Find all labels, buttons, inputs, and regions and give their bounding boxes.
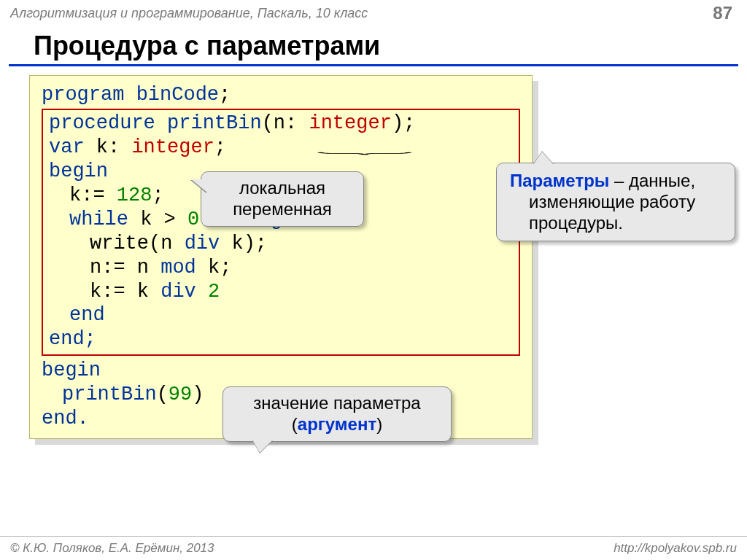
slide: Алгоритмизация и программирование, Паска… — [0, 0, 747, 560]
code-line-11: end; — [49, 327, 513, 351]
header: Алгоритмизация и программирование, Паска… — [0, 0, 747, 25]
course-label: Алгоритмизация и программирование, Паска… — [10, 6, 368, 21]
callout-tail-icon — [252, 440, 273, 453]
code-line-10: end — [49, 303, 513, 327]
footer: © К.Ю. Поляков, Е.А. Ерёмин, 2013 http:/… — [0, 536, 747, 560]
callout-tail-icon — [533, 152, 554, 165]
callout-local-var: локальная переменная — [201, 171, 364, 227]
callout-parameters-term: Параметры — [510, 171, 609, 190]
procedure-box: procedure printBin(n: integer); var k: i… — [42, 109, 520, 356]
callout-argument-term: аргумент — [298, 414, 376, 434]
code-line-2: procedure printBin(n: integer); — [49, 112, 513, 136]
footer-copyright: © К.Ю. Поляков, Е.А. Ерёмин, 2013 — [10, 541, 214, 556]
code-block: program binCode; procedure printBin(n: i… — [29, 75, 533, 439]
callout-local-var-text: локальная переменная — [233, 178, 332, 219]
callout-parameters: Параметры – данные, изменяющие работу пр… — [496, 163, 735, 241]
slide-title: Процедура с параметрами — [9, 25, 738, 66]
footer-url: http://kpolyakov.spb.ru — [614, 541, 737, 556]
page-number: 87 — [713, 3, 737, 23]
callout-parameters-rest: изменяющие работу процедуры. — [510, 192, 721, 234]
code-line-8: n:= n mod k; — [49, 256, 513, 280]
code-line-12: begin — [42, 359, 520, 383]
code-block-body: program binCode; procedure printBin(n: i… — [29, 75, 533, 439]
code-line-1: program binCode; — [42, 83, 520, 107]
code-line-9: k:= k div 2 — [49, 280, 513, 304]
callout-tail-icon — [191, 179, 207, 192]
callout-argument: значение параметра (аргумент) — [222, 386, 452, 442]
code-line-3: var k: integer; — [49, 136, 513, 160]
callout-argument-line1: значение параметра — [253, 393, 420, 413]
code-line-7: write(n div k); — [49, 232, 513, 256]
